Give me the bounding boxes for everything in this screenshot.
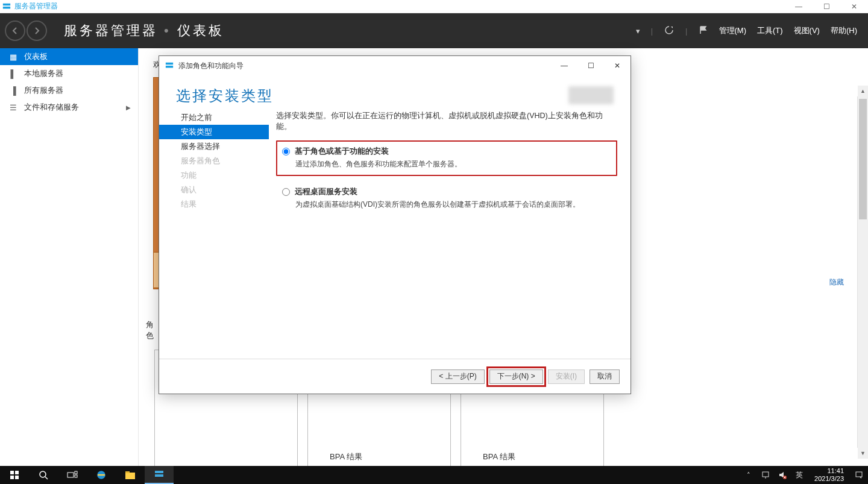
nav-back-button[interactable] (5, 20, 25, 41)
app-header: 服务器管理器 • 仪表板 ▾ | | 管理(M) 工具(T) 视图(V) 帮助(… (0, 13, 868, 48)
wizard-minimize[interactable]: — (551, 56, 577, 75)
wizard-title: 添加角色和功能向导 (178, 61, 244, 71)
option-desc: 为虚拟桌面基础结构(VDI)安装所需的角色服务以创建基于虚拟机或基于会话的桌面部… (295, 200, 609, 209)
tray-date: 2021/3/23 (814, 475, 844, 483)
wizard-steps: 开始之前 安装类型 服务器选择 服务器角色 功能 确认 结果 (159, 110, 265, 359)
svg-marker-2 (671, 27, 673, 28)
taskbar-ie[interactable] (87, 466, 116, 484)
sidebar-item-label: 仪表板 (24, 51, 48, 62)
sidebar: ▦ 仪表板 ▌ 本地服务器 ▐ 所有服务器 ☰ 文件和存储服务 ▶ (0, 48, 139, 466)
menu-view[interactable]: 视图(V) (794, 25, 820, 36)
taskbar-explorer[interactable] (116, 466, 145, 484)
storage-icon: ☰ (8, 103, 18, 112)
hide-link[interactable]: 隐藏 (829, 277, 844, 288)
sidebar-item-file-storage[interactable]: ☰ 文件和存储服务 ▶ (0, 99, 138, 116)
taskbar-server-manager[interactable] (145, 466, 174, 484)
scroll-up-icon[interactable]: ▲ (858, 86, 868, 96)
tray-volume-icon[interactable] (777, 471, 788, 479)
search-button[interactable] (29, 466, 58, 484)
roles-group-title: 角色 (146, 319, 155, 341)
svg-rect-13 (75, 475, 77, 477)
wizard-titlebar[interactable]: 添加角色和功能向导 — ☐ ✕ (159, 56, 631, 75)
taskbar: ˄ 英 11:41 2021/3/23 (0, 466, 868, 484)
nav-forward-button[interactable] (27, 20, 47, 41)
svg-line-10 (45, 477, 48, 479)
svg-rect-19 (763, 472, 769, 477)
dashboard-icon: ▦ (8, 52, 18, 61)
svg-rect-3 (166, 63, 173, 65)
svg-rect-0 (3, 3, 10, 5)
dropdown-icon[interactable]: ▾ (636, 27, 640, 36)
sidebar-item-local-server[interactable]: ▌ 本地服务器 (0, 65, 138, 82)
svg-rect-11 (68, 473, 74, 477)
servers-icon: ▐ (8, 86, 18, 95)
tray-notifications-icon[interactable] (854, 471, 864, 479)
server-icon: ▌ (8, 69, 18, 78)
window-title: 服务器管理器 (14, 1, 58, 11)
install-option-rds[interactable]: 远程桌面服务安装 为虚拟桌面基础结构(VDI)安装所需的角色服务以创建基于虚拟机… (276, 181, 617, 216)
radio-rds[interactable] (282, 188, 290, 196)
svg-point-9 (40, 471, 46, 477)
target-server-label (568, 86, 614, 104)
taskview-button[interactable] (58, 466, 87, 484)
svg-rect-16 (125, 471, 130, 473)
sidebar-item-label: 文件和存储服务 (24, 102, 79, 113)
svg-rect-6 (15, 471, 19, 474)
install-button: 安装(I) (548, 369, 585, 384)
breadcrumb-sep-icon: • (164, 23, 171, 39)
svg-rect-18 (155, 474, 163, 477)
bpa-label: BPA 结果 (483, 451, 515, 462)
cancel-button[interactable]: 取消 (590, 369, 620, 384)
prev-button[interactable]: < 上一步(P) (431, 369, 484, 384)
tray-ime[interactable]: 英 (794, 470, 805, 480)
window-minimize[interactable]: — (785, 0, 813, 13)
option-title: 基于角色或基于功能的安装 (295, 146, 389, 157)
tray-chevron-icon[interactable]: ˄ (743, 471, 754, 479)
bpa-label: BPA 结果 (330, 451, 362, 462)
svg-rect-1 (3, 7, 10, 9)
svg-rect-25 (856, 472, 862, 477)
sidebar-item-label: 所有服务器 (24, 85, 63, 96)
svg-rect-7 (10, 476, 14, 479)
server-manager-icon (2, 2, 11, 11)
install-option-role-based[interactable]: 基于角色或基于功能的安装 通过添加角色、角色服务和功能来配置单个服务器。 (276, 140, 617, 176)
window-close[interactable]: ✕ (840, 0, 868, 13)
window-maximize[interactable]: ☐ (813, 0, 840, 13)
menu-manage[interactable]: 管理(M) (719, 25, 747, 36)
sidebar-item-all-servers[interactable]: ▐ 所有服务器 (0, 82, 138, 99)
wizard-step-server-roles: 服务器角色 (176, 154, 265, 168)
add-roles-wizard-dialog: 添加角色和功能向导 — ☐ ✕ 选择安装类型 开始之前 安装类型 服务器选择 服… (159, 55, 631, 394)
wizard-heading: 选择安装类型 (176, 86, 274, 105)
svg-marker-21 (779, 472, 784, 478)
chevron-right-icon: ▶ (126, 104, 131, 111)
svg-rect-15 (125, 473, 135, 479)
menu-tools[interactable]: 工具(T) (757, 25, 783, 36)
wizard-step-before-begin[interactable]: 开始之前 (176, 110, 265, 125)
tray-time: 11:41 (814, 467, 844, 475)
main-scrollbar[interactable]: ▲ ▼ (857, 96, 868, 448)
svg-rect-4 (166, 66, 173, 68)
next-button[interactable]: 下一步(N) > (489, 369, 543, 384)
wizard-footer: < 上一步(P) 下一步(N) > 安装(I) 取消 (159, 359, 631, 394)
option-title: 远程桌面服务安装 (295, 187, 357, 197)
refresh-icon[interactable] (664, 25, 675, 37)
flag-icon[interactable] (699, 25, 708, 37)
wizard-step-install-type[interactable]: 安装类型 (159, 125, 269, 139)
wizard-close[interactable]: ✕ (604, 56, 631, 75)
scrollbar-thumb[interactable] (859, 99, 867, 219)
tray-clock[interactable]: 11:41 2021/3/23 (811, 466, 848, 484)
svg-rect-17 (155, 471, 163, 473)
scroll-down-icon[interactable]: ▼ (858, 448, 868, 459)
breadcrumb-app: 服务器管理器 (64, 22, 158, 40)
sidebar-item-label: 本地服务器 (24, 68, 63, 79)
wizard-maximize[interactable]: ☐ (577, 56, 604, 75)
start-button[interactable] (0, 466, 29, 484)
tray-network-icon[interactable] (760, 471, 771, 479)
menu-help[interactable]: 帮助(H) (831, 25, 857, 36)
radio-role-based[interactable] (282, 148, 290, 156)
sidebar-item-dashboard[interactable]: ▦ 仪表板 (0, 48, 138, 65)
svg-rect-8 (15, 476, 19, 479)
wizard-step-server-selection[interactable]: 服务器选择 (176, 139, 265, 154)
wizard-step-features: 功能 (176, 168, 265, 183)
window-titlebar: 服务器管理器 — ☐ ✕ (0, 0, 868, 13)
